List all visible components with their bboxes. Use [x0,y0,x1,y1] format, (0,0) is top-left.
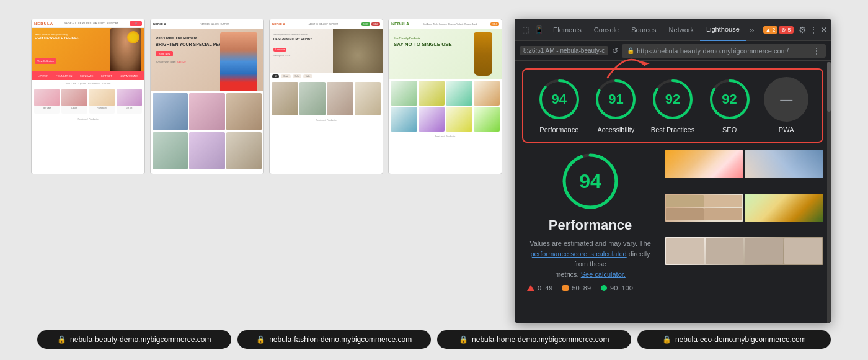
legend-pass: 90–100 [601,284,633,292]
tab-console[interactable]: Console [588,19,625,41]
thumb-beauty-inner [665,150,743,178]
error-icon: ⊗ [781,27,786,33]
seo-score: 92 [722,91,737,107]
home-chip-1: All [272,74,279,78]
beauty-cat-skincare: SKIN CARE [80,74,94,78]
pwa-dash: — [780,92,792,107]
home-hero: Simply eclectic aesthetic home DESIGNING… [270,29,383,73]
fashion-nav-link3: SUPPORT [220,23,229,25]
eco-item-5 [391,107,417,132]
beauty-hero-image [110,28,141,71]
eco-hero-title: SAY NO TO SINGLE USE [394,42,452,48]
url-text: https://nebula-beauty-demo.mybigcommerce… [637,47,810,55]
legend-fail-icon [527,285,534,291]
tab-network[interactable]: Network [663,19,700,41]
beauty-hero-btn[interactable]: View Collection [35,58,56,64]
thumb-items [665,194,743,222]
url-tab-eco[interactable]: 🔒 nebula-eco-demo.mybigcommerce.com [637,330,831,349]
fashion-hero: Don't Miss The Moment BRIGHTEN YOUR SPEC… [151,29,264,91]
calculator-link[interactable]: See calculator. [581,271,626,278]
devtools-inspect-icon[interactable]: 📱 [533,24,544,35]
home-screenshot[interactable]: NEBULA ABOUT US GALLERY SUPPORT SHOP NEW… [269,19,383,174]
eco-hero-sub: Eco Friendly Products [394,37,452,40]
beauty-screenshot[interactable]: NEBULA SHOP ALL FEATURES GALLERY SUPPORT… [31,19,145,174]
eco-item-3 [446,81,472,106]
tab-elements[interactable]: Elements [547,19,588,41]
lighthouse-legend: 0–49 50–89 90–100 [515,284,831,292]
url-bar[interactable]: 🔒 https://nebula-beauty-demo.mybigcommer… [622,44,826,58]
beauty-cart[interactable]: 🛒 [130,21,142,26]
fashion-logo: NEBULA [153,22,166,26]
home-chips: All Chair Sofa Table [270,73,383,80]
devtools-tabs: Elements Console Sources Network Lightho… [547,19,758,41]
devtools-badges: ▲ 2 ⊗ 5 [763,26,794,34]
eco-item-8 [474,107,500,132]
fashion-item-2 [189,93,224,130]
reload-icon[interactable]: ↺ [612,47,618,55]
thumb-wide-3 [745,238,783,264]
home-nav-link3: SUPPORT [329,23,338,25]
thumb-wide-2 [706,238,744,264]
home-product-4 [355,82,381,115]
big-score-left: 94 Performance Values are estimated and … [522,150,658,279]
home-chip-3: Sofa [293,74,301,78]
url-tab-home[interactable]: 🔒 nebula-home-demo.mybigcommerce.com [437,330,631,349]
home-hero-title: DESIGNING IS MY HOBBY [273,37,329,42]
close-icon[interactable]: ✕ [820,25,828,35]
beauty-product-label-3: Foundation [89,106,115,110]
devtools-scrollbar[interactable] [827,62,831,323]
devtools-cursor-icon[interactable]: ⬚ [520,24,531,35]
home-btn-1[interactable]: SHOP [361,22,370,26]
devtools-panel: ⬚ 📱 Elements Console Sources Network Lig… [515,19,831,323]
beauty-flower [127,31,140,43]
accessibility-label: Accessibility [597,125,634,134]
more-icon[interactable]: ⋮ [809,25,818,35]
fashion-screenshot[interactable]: NEBULA FEATURES GALLERY SUPPORT Don't Mi… [150,19,264,174]
home-nav-actions: SHOP NEW [361,22,380,26]
devtools-scrollbar-thumb[interactable] [827,62,831,112]
eco-featured: Featured Products [389,133,502,139]
eco-item-7 [446,107,472,132]
beauty-product-4: Gift Set [117,89,142,114]
fashion-hero-btn[interactable]: Shop Now [156,51,173,56]
tab-sources[interactable]: Sources [625,19,662,41]
url-tab-fashion-text: nebula-fashion-demo.mybigcommerce.com [269,335,412,344]
tab-lighthouse[interactable]: Lighthouse [700,19,746,41]
accessibility-score: 91 [608,91,623,107]
eco-item-2 [418,81,445,106]
url-tab-eco-text: nebula-eco-demo.mybigcommerce.com [675,335,806,344]
thumb-wide [665,237,823,265]
beauty-product-img-2 [61,89,87,106]
performance-circle: 94 [537,77,582,122]
beauty-logo: NEBULA [34,22,53,25]
beauty-nav-link4: SUPPORT [107,22,118,25]
tab-more[interactable]: » [746,25,758,35]
beauty-product-2: Lipster [61,89,87,114]
eco-steam: ~~~ [477,29,486,33]
home-btn-2[interactable]: NEW [371,22,380,26]
home-featured: Featured Products [270,117,383,123]
warning-badge: ▲ 2 [763,26,778,34]
settings-icon[interactable]: ⚙ [799,25,807,35]
eco-nav-link2: Find a Company [433,23,447,25]
beauty-section-title: Skin Care Lipster Foundation Gift Set [32,80,144,86]
home-product-1 [272,82,298,115]
home-hero-btn[interactable]: Learn more [273,48,286,52]
home-chip-4: Table [303,74,312,78]
url-tab-beauty[interactable]: 🔒 nebula-beauty-demo.mybigcommerce.com [37,330,231,349]
url-tab-home-text: nebula-home-demo.mybigcommerce.com [472,335,609,344]
fashion-item-4 [153,132,188,169]
performance-link[interactable]: performance score is calculated [530,250,626,258]
fashion-person [220,32,257,91]
url-tab-fashion[interactable]: 🔒 nebula-fashion-demo.mybigcommerce.com [237,330,432,349]
thumb-items-grid [665,194,743,222]
eco-screenshot[interactable]: NEBULA Cart Board Find a Company Cleanin… [388,19,502,174]
big-score-section: 94 Performance Values are estimated and … [515,150,831,284]
eco-item-1 [391,81,417,106]
fashion-hero-discount: 20% off with code: SAVE20 [156,60,186,63]
eco-hero-text: Eco Friendly Products SAY NO TO SINGLE U… [394,37,452,48]
beauty-nav-link3: GALLERY [93,22,104,25]
url-more-icon[interactable]: ⋮ [812,46,821,56]
beauty-hero: Make yourself feel good today! OUR NEWES… [32,28,144,71]
fashion-nav-link2: GALLERY [211,23,219,25]
